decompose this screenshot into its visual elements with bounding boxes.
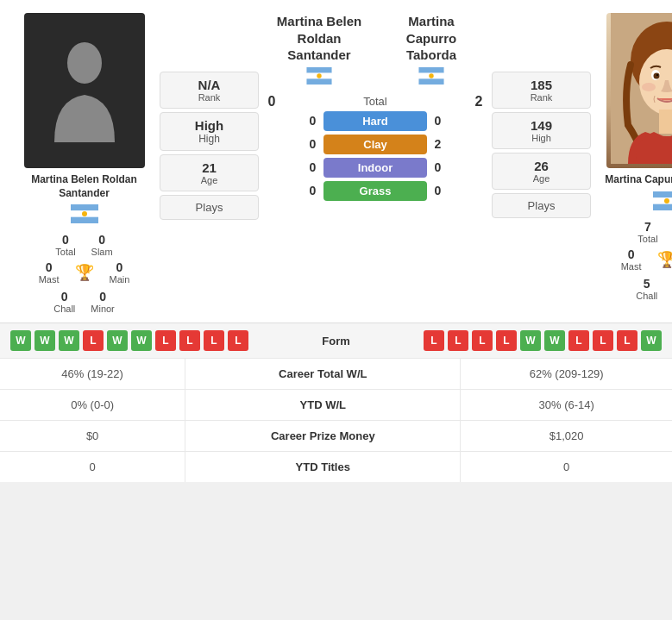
- stat-left-val: 0: [0, 452, 185, 483]
- form-badge-p2: L: [617, 330, 637, 351]
- form-badge-p1: L: [204, 330, 224, 351]
- svg-rect-27: [653, 204, 673, 210]
- player1-header: Martina BelenRoldanSantander: [263, 13, 375, 87]
- form-badge-p1: L: [179, 330, 200, 351]
- stat-left-val: $0: [0, 421, 185, 452]
- form-badge-p1: L: [228, 330, 248, 351]
- svg-point-28: [664, 198, 669, 204]
- player2-total: 7 Total: [637, 220, 657, 244]
- player1-form-badges: WWWLWWLLLL: [10, 330, 248, 351]
- player2-card: Martina Capurro Taborda 7 Total 0 Slam: [591, 13, 672, 314]
- player1-stats-col: N/A Rank High High 21 Age Plays: [160, 13, 259, 314]
- form-badge-p1: W: [59, 330, 79, 351]
- svg-point-4: [82, 211, 87, 216]
- stat-left-val: 0% (0-0): [0, 390, 185, 421]
- stat-center-label: YTD W/L: [185, 390, 461, 421]
- svg-rect-1: [71, 204, 98, 210]
- player1-main: 0 Main: [110, 260, 130, 285]
- total-score-row: 0 Total 2: [263, 92, 487, 111]
- form-badge-p2: L: [496, 330, 517, 351]
- clay-score-right: 2: [427, 137, 449, 151]
- svg-rect-7: [306, 78, 331, 85]
- player2-high-box: 149 High: [492, 112, 591, 149]
- form-badge-p1: W: [35, 330, 55, 351]
- svg-rect-11: [418, 78, 443, 85]
- svg-point-20: [656, 74, 658, 76]
- player1-age-box: 21 Age: [160, 154, 259, 191]
- stat-right-val: $1,020: [461, 421, 672, 452]
- form-badge-p2: L: [568, 330, 589, 351]
- player2-header: MartinaCapurroTaborda: [375, 13, 487, 87]
- player1-name: Martina Belen Roldan Santander: [9, 173, 160, 200]
- form-label: Form: [322, 335, 350, 348]
- player2-photo: [606, 13, 673, 168]
- stats-row: $0Career Prize Money$1,020: [0, 421, 672, 452]
- player1-header-flag: [263, 67, 375, 87]
- player1-stats-bottom: 0 Chall 0 Minor: [53, 290, 115, 314]
- stat-left-val: 46% (19-22): [0, 359, 185, 390]
- indoor-score-right: 0: [427, 160, 449, 174]
- player1-high-box: High High: [160, 112, 259, 151]
- player2-header-flag: [375, 67, 487, 87]
- hard-score-right: 0: [427, 114, 449, 128]
- stat-right-val: 62% (209-129): [461, 359, 672, 390]
- svg-point-12: [429, 73, 433, 78]
- svg-rect-22: [659, 110, 673, 134]
- stats-row: 0% (0-0)YTD W/L30% (6-14): [0, 390, 672, 421]
- indoor-row: 0 Indoor 0: [302, 158, 449, 178]
- stats-row: 0YTD Titles0: [0, 452, 672, 483]
- hard-button[interactable]: Hard: [323, 111, 427, 131]
- player2-name: Martina Capurro Taborda: [605, 173, 672, 187]
- grass-row: 0 Grass 0: [302, 181, 449, 201]
- player-headers: Martina BelenRoldanSantander MartinaCapu…: [263, 13, 487, 87]
- form-badge-p2: L: [424, 330, 444, 351]
- svg-point-18: [653, 73, 659, 79]
- svg-rect-5: [306, 67, 331, 73]
- svg-point-8: [317, 73, 321, 78]
- stat-center-label: Career Total W/L: [185, 359, 461, 390]
- player2-flag: [653, 191, 673, 213]
- hard-row: 0 Hard 0: [302, 111, 449, 131]
- player1-mast: 0 Mast: [39, 260, 60, 285]
- svg-rect-9: [418, 67, 443, 73]
- stats-row: 46% (19-22)Career Total W/L62% (209-129): [0, 359, 672, 390]
- indoor-button[interactable]: Indoor: [323, 158, 427, 178]
- form-badge-p2: L: [593, 330, 613, 351]
- total-score-left: 0: [263, 94, 280, 110]
- stat-center-label: Career Prize Money: [185, 421, 461, 452]
- stat-right-val: 0: [461, 452, 672, 483]
- middle-panel: Martina BelenRoldanSantander MartinaCapu…: [259, 13, 492, 314]
- player2-trophy-icon: 🏆: [657, 250, 673, 269]
- clay-row: 0 Clay 2: [302, 135, 449, 154]
- player2-stats-col: 185 Rank 149 High 26 Age Plays: [492, 13, 591, 314]
- player2-chall: 5 Chall: [636, 277, 657, 301]
- player1-plays-box: Plays: [160, 195, 259, 220]
- stat-right-val: 30% (6-14): [461, 390, 672, 421]
- form-badge-p1: W: [10, 330, 31, 351]
- player1-flag: [71, 204, 98, 226]
- player1-chall: 0 Chall: [53, 290, 75, 314]
- form-badge-p2: W: [641, 330, 662, 351]
- svg-rect-25: [653, 191, 673, 197]
- player2-plays-box: Plays: [492, 193, 591, 218]
- player2-age-box: 26 Age: [492, 153, 591, 190]
- grass-score-left: 0: [302, 184, 323, 197]
- player2-face-icon: [611, 13, 673, 164]
- svg-point-0: [67, 42, 102, 84]
- player2-mast: 0 Mast: [621, 247, 642, 272]
- stat-center-label: YTD Titles: [185, 452, 461, 483]
- stats-table: 46% (19-22)Career Total W/L62% (209-129)…: [0, 358, 672, 482]
- form-badge-p1: L: [83, 330, 104, 351]
- player2-form-badges: LLLLWWLLLW: [424, 330, 662, 351]
- svg-rect-26: [653, 197, 673, 204]
- player1-card: Martina Belen Roldan Santander 0 Total 0…: [9, 13, 160, 314]
- clay-button[interactable]: Clay: [323, 135, 427, 154]
- form-badge-p1: W: [131, 330, 152, 351]
- clay-score-left: 0: [302, 137, 323, 151]
- form-badge-p1: L: [155, 330, 176, 351]
- hard-score-left: 0: [302, 114, 323, 128]
- grass-button[interactable]: Grass: [323, 181, 427, 201]
- indoor-score-left: 0: [302, 160, 323, 174]
- player1-stats-top: 0 Total 0 Slam: [55, 233, 112, 257]
- form-badge-p2: L: [472, 330, 493, 351]
